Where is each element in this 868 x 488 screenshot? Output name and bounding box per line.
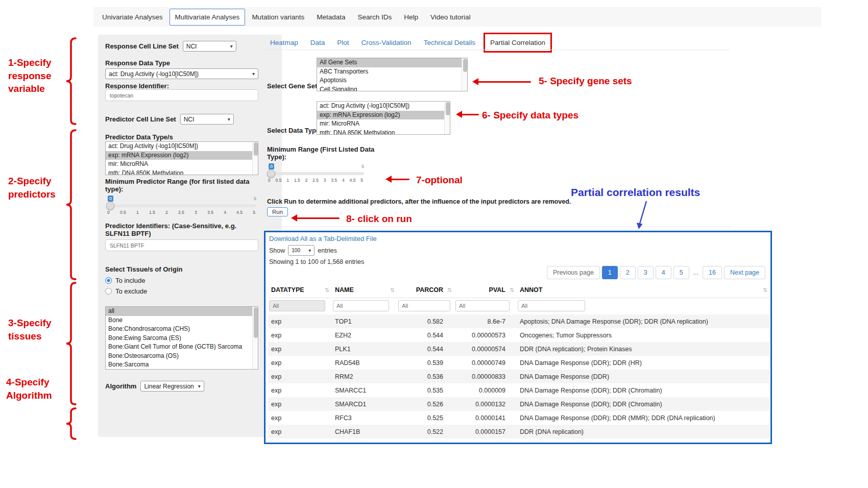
tab-univariate-analyses[interactable]: Univariate Analyses xyxy=(97,9,168,26)
response-identifier-input[interactable] xyxy=(105,89,258,101)
slider-track[interactable] xyxy=(106,204,256,207)
cell-pval: 0.00000833 xyxy=(454,370,517,383)
filter-annot-input[interactable] xyxy=(518,300,585,311)
tab-search-ids[interactable]: Search IDs xyxy=(352,9,397,26)
page-button-5[interactable]: 5 xyxy=(673,266,689,279)
tissue-exclude-label: To exclude xyxy=(115,287,147,295)
predictor-data-type-option[interactable]: mir: MicroRNA xyxy=(106,160,258,169)
table-row[interactable]: exp CHAF1B 0.522 0.0000157 DDR (DNA repl… xyxy=(268,425,770,438)
scrollbar-thumb[interactable] xyxy=(446,102,450,115)
tissue-option[interactable]: Peripheral_Nervous_System xyxy=(106,370,258,370)
data-type-option[interactable]: act: Drug Activity (-log10[IC50M]) xyxy=(317,102,450,111)
download-link[interactable]: Download All as a Tab-Delimited File xyxy=(269,235,377,242)
table-row[interactable]: exp PLK1 0.544 0.00000574 DDR (DNA repli… xyxy=(268,342,770,356)
filter-parcor-input[interactable] xyxy=(398,300,450,311)
table-row[interactable]: exp TOP1 0.582 8.6e-7 Apoptosis; DNA Dam… xyxy=(268,314,770,328)
scrollbar[interactable] xyxy=(444,102,450,134)
page-button-16[interactable]: 16 xyxy=(703,266,722,279)
sort-icon[interactable]: ⇅ xyxy=(447,287,452,294)
predictor-cell-line-value: NCI xyxy=(184,116,195,123)
tissue-option[interactable]: Bone:Ewing Sarcoma (ES) xyxy=(106,334,258,343)
slider-handle[interactable] xyxy=(106,202,114,210)
column-header-datatype[interactable]: DATATYPE⇅ xyxy=(268,282,332,298)
tissue-listbox[interactable]: all Bone Bone:Chondrosarcoma (CHS) Bone:… xyxy=(105,306,258,370)
tab-video-tutorial[interactable]: Video tutorial xyxy=(425,9,476,26)
subtab-cross-validation[interactable]: Cross-Validation xyxy=(355,35,418,51)
tissue-option[interactable]: Bone:Chondrosarcoma (CHS) xyxy=(106,325,258,334)
scrollbar-thumb[interactable] xyxy=(254,307,258,338)
predictor-identifiers-input[interactable] xyxy=(105,239,258,251)
subtab-data[interactable]: Data xyxy=(304,35,331,51)
response-cell-line-select[interactable]: NCI ▾ xyxy=(183,41,236,52)
tick-label: 4.5 xyxy=(350,178,356,183)
chevron-down-icon: ▾ xyxy=(308,248,311,253)
table-row[interactable]: exp EZH2 0.544 0.00000573 Oncogenes; Tum… xyxy=(268,328,770,342)
table-row[interactable]: exp RRM2 0.536 0.00000833 DNA Damage Res… xyxy=(268,370,770,383)
tissue-option[interactable]: Bone:Giant Cell Tumor of Bone (GCTB) Sar… xyxy=(106,343,258,352)
tab-help[interactable]: Help xyxy=(398,9,424,26)
scrollbar[interactable] xyxy=(462,58,467,91)
predictor-data-type-option[interactable]: act: Drug Activity (-log10[IC50M]) xyxy=(106,142,258,151)
table-row[interactable]: exp RFC3 0.525 0.0000141 DNA Damage Resp… xyxy=(268,411,770,425)
table-row[interactable]: exp SMARCD1 0.526 0.0000132 DNA Damage R… xyxy=(268,397,770,411)
column-header-pval[interactable]: PVAL⇅ xyxy=(454,282,517,298)
page-button-4[interactable]: 4 xyxy=(656,266,671,279)
gene-set-option[interactable]: Apoptosis xyxy=(317,76,467,85)
page-button-3[interactable]: 3 xyxy=(638,266,654,279)
min-range-slider[interactable]: 5 0 00.511.522.533.544.55 xyxy=(267,163,364,186)
slider-track[interactable] xyxy=(267,172,364,175)
subtab-technical-details[interactable]: Technical Details xyxy=(418,35,481,51)
tissue-option[interactable]: all xyxy=(106,307,258,316)
predictor-cell-line-select[interactable]: NCI ▾ xyxy=(180,114,234,125)
tab-multivariate-analyses[interactable]: Multivariate Analyses xyxy=(170,9,246,26)
slider-handle[interactable] xyxy=(267,169,275,178)
data-type-option[interactable]: mth: DNA 850K Methylation xyxy=(317,129,450,135)
gene-set-option[interactable]: ABC Transporters xyxy=(317,67,467,77)
sort-icon[interactable]: ⇅ xyxy=(390,287,395,294)
sort-icon[interactable]: ⇅ xyxy=(325,287,329,294)
scrollbar[interactable] xyxy=(252,307,258,369)
predictor-data-types-listbox[interactable]: act: Drug Activity (-log10[IC50M]) exp: … xyxy=(105,141,258,175)
tissue-option[interactable]: Bone:Osteosarcoma (OS) xyxy=(106,352,258,361)
data-type-option[interactable]: mir: MicroRNA xyxy=(317,119,450,129)
table-row[interactable]: exp RAD54B 0.539 0.00000749 DNA Damage R… xyxy=(268,356,770,370)
run-button[interactable]: Run xyxy=(267,207,288,216)
data-type-option[interactable]: exp: mRNA Expression (log2) xyxy=(317,111,450,120)
table-row[interactable]: exp SMARCC1 0.535 0.000009 DNA Damage Re… xyxy=(268,383,770,397)
gene-set-option[interactable]: Cell Signaling xyxy=(317,85,467,92)
gene-set-option[interactable]: All Gene Sets xyxy=(317,58,467,67)
predictor-data-type-option[interactable]: exp: mRNA Expression (log2) xyxy=(106,151,258,160)
algorithm-select[interactable]: Linear Regression ▾ xyxy=(140,381,204,392)
column-header-name[interactable]: NAME⇅ xyxy=(332,282,397,298)
scrollbar-thumb[interactable] xyxy=(254,142,258,156)
tissue-option[interactable]: Bone xyxy=(106,316,258,325)
previous-page-button[interactable]: Previous page xyxy=(547,266,600,279)
column-header-parcor[interactable]: PARCOR⇅ xyxy=(397,282,454,298)
filter-name-input[interactable] xyxy=(333,300,389,311)
next-page-button[interactable]: Next page xyxy=(724,266,765,279)
column-header-annot[interactable]: ANNOT⇅ xyxy=(517,282,770,298)
subtab-heatmap[interactable]: Heatmap xyxy=(264,35,304,51)
run-instruction-text: Click Run to determine additional predic… xyxy=(267,198,727,205)
tissue-exclude-radio[interactable]: To exclude xyxy=(105,287,147,295)
entries-select[interactable]: 100 ▾ xyxy=(288,245,315,256)
tissue-option[interactable]: Bone:Sarcoma xyxy=(106,360,258,370)
data-types-listbox[interactable]: act: Drug Activity (-log10[IC50M]) exp: … xyxy=(317,101,450,135)
subtab-plot[interactable]: Plot xyxy=(331,35,355,51)
response-data-type-select[interactable]: act: Drug Activity (-log10[IC50M]) ▾ xyxy=(105,68,258,79)
sort-icon[interactable]: ⇅ xyxy=(763,287,767,294)
tab-metadata[interactable]: Metadata xyxy=(311,9,351,26)
filter-datatype-input[interactable] xyxy=(269,300,325,311)
page-ellipsis[interactable]: … xyxy=(691,266,701,279)
tissue-include-radio[interactable]: To include xyxy=(105,277,146,284)
page-button-1[interactable]: 1 xyxy=(602,266,618,279)
page-button-2[interactable]: 2 xyxy=(620,266,636,279)
scrollbar-thumb[interactable] xyxy=(463,59,467,72)
tab-mutation-variants[interactable]: Mutation variants xyxy=(246,9,310,26)
scrollbar[interactable] xyxy=(252,142,258,175)
filter-pval-input[interactable] xyxy=(455,300,510,311)
min-predictor-range-slider[interactable]: 5 0 00.511.522.533.544.55 xyxy=(106,196,256,218)
gene-sets-listbox[interactable]: All Gene Sets ABC Transporters Apoptosis… xyxy=(317,58,468,91)
predictor-data-type-option[interactable]: mth: DNA 850K Methylation xyxy=(106,169,258,176)
sort-icon[interactable]: ⇅ xyxy=(510,287,514,294)
